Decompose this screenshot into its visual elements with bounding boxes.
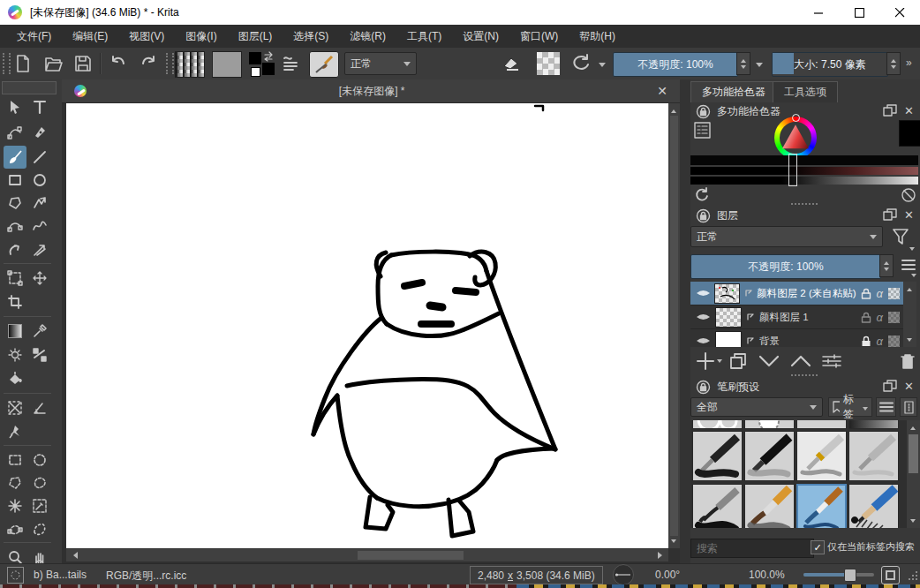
brush-size-spinner[interactable] bbox=[886, 52, 901, 75]
menu-view[interactable]: 视图(V) bbox=[119, 25, 174, 48]
delete-layer-button[interactable] bbox=[899, 351, 916, 371]
brush-preset-thumbnail[interactable] bbox=[796, 420, 847, 429]
menu-layer[interactable]: 图层(L) bbox=[229, 25, 283, 48]
layers-scrollbar[interactable] bbox=[903, 282, 916, 347]
brush-preset-thumbnail[interactable] bbox=[692, 431, 743, 481]
menu-select[interactable]: 选择(S) bbox=[283, 25, 338, 48]
layer-lock-icon[interactable] bbox=[861, 335, 871, 347]
tool-edit-shapes[interactable] bbox=[4, 121, 26, 144]
layer-visibility-icon[interactable] bbox=[696, 312, 711, 322]
layer-lock-icon[interactable] bbox=[861, 312, 871, 323]
tool-polygonal-selection[interactable] bbox=[4, 471, 26, 494]
toolbar-drag-handle-2[interactable] bbox=[166, 53, 174, 74]
add-layer-dropdown-icon[interactable] bbox=[717, 359, 722, 366]
preset-filter-dropdown[interactable]: 全部 bbox=[690, 397, 823, 417]
canvas-vscrollbar[interactable] bbox=[668, 103, 680, 548]
inherit-alpha-icon[interactable]: α bbox=[877, 287, 883, 300]
opacity-slider[interactable]: 不透明度: 100% bbox=[613, 52, 738, 77]
redo-button[interactable] bbox=[138, 54, 159, 73]
layer-expand-icon[interactable] bbox=[744, 289, 752, 298]
hue-ring[interactable] bbox=[774, 117, 817, 159]
tool-reference-images[interactable] bbox=[4, 420, 26, 443]
close-button[interactable] bbox=[879, 0, 920, 25]
docker-lock-icon[interactable] bbox=[696, 104, 711, 119]
brush-preset-thumbnail[interactable] bbox=[848, 431, 899, 481]
shade-bar-3[interactable] bbox=[690, 177, 918, 185]
hscroll-thumb[interactable] bbox=[358, 551, 464, 560]
menu-edit[interactable]: 编辑(E) bbox=[63, 25, 117, 48]
search-scope-checkbox[interactable]: ✓ bbox=[811, 540, 825, 554]
layer-row-background[interactable]: 背景 α bbox=[690, 329, 903, 347]
add-layer-button[interactable] bbox=[696, 351, 715, 371]
tool-line[interactable] bbox=[28, 146, 51, 169]
menu-tools[interactable]: 工具(T) bbox=[397, 25, 451, 48]
tool-polygon[interactable] bbox=[4, 192, 26, 215]
scroll-up-icon[interactable] bbox=[907, 285, 912, 291]
layer-thumbnail[interactable] bbox=[715, 307, 742, 328]
zoom-slider[interactable] bbox=[803, 573, 874, 577]
canvas-rotation-dial[interactable] bbox=[613, 564, 634, 585]
tool-select-shapes[interactable] bbox=[4, 95, 26, 118]
docker-lock-icon[interactable] bbox=[696, 380, 711, 395]
tool-transform[interactable] bbox=[4, 267, 26, 290]
tool-assistants[interactable] bbox=[4, 396, 26, 419]
layer-options-icon[interactable] bbox=[901, 258, 916, 272]
menu-settings[interactable]: 设置(N) bbox=[453, 25, 509, 48]
move-layer-up-button[interactable] bbox=[789, 354, 812, 368]
background-color-swatch[interactable] bbox=[262, 63, 275, 75]
tag-button[interactable]: 标签 bbox=[828, 397, 872, 417]
tool-colorize-mask[interactable] bbox=[28, 343, 51, 366]
close-docker-icon[interactable]: ✕ bbox=[904, 104, 914, 117]
shade-bar-1[interactable] bbox=[690, 155, 918, 165]
tool-measure[interactable] bbox=[28, 396, 51, 419]
tool-contiguous-selection[interactable] bbox=[4, 494, 26, 517]
tool-elliptical-selection[interactable] bbox=[28, 449, 51, 471]
layer-blending-mode-dropdown[interactable]: 正常 bbox=[690, 226, 883, 247]
brush-preset-thumbnail[interactable] bbox=[744, 484, 795, 528]
float-docker-icon[interactable] bbox=[883, 380, 898, 393]
docker-splitter[interactable] bbox=[680, 79, 690, 563]
toolbox-title-handle[interactable] bbox=[2, 81, 57, 94]
scroll-up-icon[interactable] bbox=[910, 424, 916, 430]
tool-color-sampler[interactable] bbox=[28, 320, 51, 343]
menu-window[interactable]: 窗口(W) bbox=[510, 25, 568, 48]
refresh-colors-icon[interactable] bbox=[694, 187, 710, 203]
brush-preset-thumbnail[interactable] bbox=[848, 420, 899, 429]
save-button[interactable] bbox=[72, 53, 94, 74]
tool-calligraphy[interactable] bbox=[28, 121, 51, 144]
tool-crop[interactable] bbox=[4, 290, 26, 313]
brush-option-widget-button[interactable] bbox=[281, 54, 302, 73]
zoom-slider-handle[interactable] bbox=[844, 569, 856, 582]
preset-scrollbar[interactable] bbox=[907, 420, 920, 528]
tool-multibrush[interactable] bbox=[28, 238, 51, 261]
tool-gradient[interactable] bbox=[4, 320, 26, 343]
docker-lock-icon[interactable] bbox=[696, 208, 711, 223]
layer-visibility-icon[interactable] bbox=[696, 335, 711, 346]
tool-freehand-brush[interactable] bbox=[4, 146, 26, 169]
menu-image[interactable]: 图像(I) bbox=[176, 25, 226, 48]
tool-polyline[interactable] bbox=[28, 192, 51, 215]
brush-preset-thumbnail[interactable] bbox=[744, 420, 795, 429]
layer-opacity-slider[interactable]: 不透明度: 100% bbox=[690, 254, 881, 279]
toolbar-overflow-button[interactable]: » bbox=[906, 57, 912, 69]
panel-resize-grip[interactable] bbox=[791, 203, 818, 207]
foreground-color-swatch[interactable] bbox=[249, 52, 261, 64]
brush-preset-thumbnail[interactable] bbox=[848, 484, 899, 528]
layer-properties-button[interactable] bbox=[821, 352, 842, 370]
menu-filter[interactable]: 滤镜(R) bbox=[340, 25, 396, 48]
resource-storage-button[interactable] bbox=[900, 397, 917, 417]
tool-magnetic-selection[interactable] bbox=[28, 517, 51, 540]
brush-editor-button[interactable] bbox=[309, 51, 339, 78]
tool-ellipse[interactable] bbox=[28, 169, 51, 192]
layer-thumbnail[interactable] bbox=[714, 283, 740, 304]
layer-thumbnail[interactable] bbox=[715, 331, 742, 348]
shade-bar-handle[interactable] bbox=[788, 154, 797, 186]
new-document-button[interactable] bbox=[12, 53, 34, 74]
preset-scroll-thumb[interactable] bbox=[909, 434, 918, 473]
color-profile-label[interactable]: RGB/透明...rc.icc bbox=[106, 569, 186, 584]
duplicate-layer-button[interactable] bbox=[728, 351, 748, 371]
layer-opacity-spinner[interactable] bbox=[879, 254, 894, 277]
gradient-chooser-button[interactable] bbox=[175, 51, 205, 78]
menu-help[interactable]: 帮助(H) bbox=[569, 25, 625, 48]
vscroll-thumb[interactable] bbox=[670, 116, 678, 536]
